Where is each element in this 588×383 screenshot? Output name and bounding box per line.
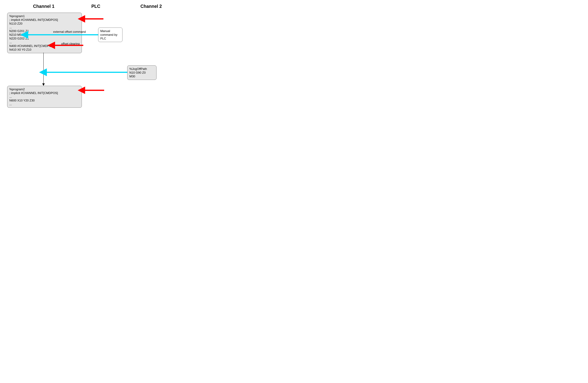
heading-channel1: Channel 1 <box>33 4 54 9</box>
box-jogoffpath: %JogOffPath N10 G90 Z0 M30 <box>127 65 156 80</box>
label-offset-clearing: offset clearing <box>61 42 80 45</box>
box-manual-command: Manual command by PLC <box>98 28 123 42</box>
heading-channel2: Channel 2 <box>140 4 162 9</box>
heading-plc: PLC <box>91 4 100 9</box>
label-external-offset-command: external offset command <box>53 30 86 34</box>
box-program2: %program2 ; implicit #CHANNEL INIT[CMDPO… <box>7 86 82 108</box>
